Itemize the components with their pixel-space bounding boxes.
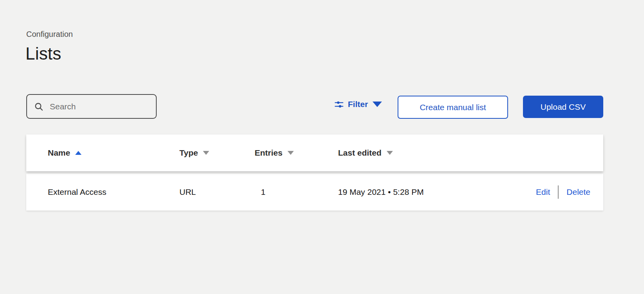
cell-last-edited: 19 May 2021 • 5:28 PM <box>338 187 524 197</box>
breadcrumb: Configuration <box>26 30 73 39</box>
search-input[interactable] <box>50 102 156 111</box>
edit-link[interactable]: Edit <box>536 187 550 197</box>
cell-type: URL <box>179 187 255 197</box>
table-header: Name Type Entries Last edited <box>26 134 603 171</box>
upload-csv-button[interactable]: Upload CSV <box>523 96 603 118</box>
chevron-down-icon <box>373 102 382 107</box>
page-title: Lists <box>25 44 61 64</box>
sort-descending-icon <box>288 151 294 155</box>
column-label-type: Type <box>179 148 198 158</box>
column-label-entries: Entries <box>255 148 282 158</box>
column-header-name[interactable]: Name <box>48 148 179 158</box>
create-manual-list-button[interactable]: Create manual list <box>398 96 508 119</box>
cell-name: External Access <box>48 187 179 197</box>
filter-button[interactable]: Filter <box>334 98 382 111</box>
search-icon <box>34 102 43 111</box>
search-input-container[interactable] <box>26 94 157 119</box>
column-header-type[interactable]: Type <box>179 148 255 158</box>
sort-descending-icon <box>387 151 393 155</box>
filter-label: Filter <box>348 100 368 109</box>
column-label-name: Name <box>48 148 70 158</box>
filter-sliders-icon <box>334 100 344 109</box>
column-header-last-edited[interactable]: Last edited <box>338 148 524 158</box>
delete-link[interactable]: Delete <box>566 187 590 197</box>
action-divider <box>558 185 559 199</box>
table-row: External Access URL 1 19 May 2021 • 5:28… <box>26 174 603 211</box>
column-label-last-edited: Last edited <box>338 148 382 158</box>
sort-ascending-icon <box>75 151 81 155</box>
row-actions: Edit Delete <box>524 185 590 199</box>
sort-descending-icon <box>203 151 209 155</box>
column-header-entries[interactable]: Entries <box>255 148 338 158</box>
cell-entries: 1 <box>255 187 338 197</box>
